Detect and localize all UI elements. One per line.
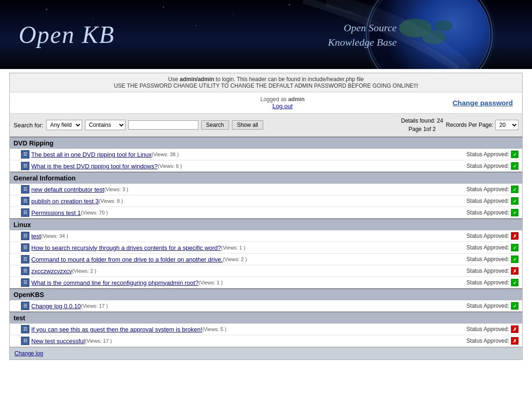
status-label: Status Approved: — [467, 303, 509, 309]
search-field-select[interactable]: Any field Title Content — [46, 120, 82, 130]
status-denied-icon[interactable] — [511, 267, 518, 275]
svg-point-13 — [434, 20, 453, 31]
change-password-link[interactable]: Change password — [453, 99, 513, 107]
status-label: Status Approved: — [467, 198, 509, 204]
views-text: (Views: 2 ) — [72, 268, 96, 274]
article-icon: ☷ — [21, 337, 29, 345]
article-link[interactable]: What is the best DVD ripping tool for wi… — [31, 163, 158, 170]
current-username: admin — [288, 96, 304, 103]
status-label: Status Approved: — [467, 151, 509, 158]
logout-link[interactable]: Log out — [260, 103, 305, 110]
article-icon: ☷ — [21, 232, 29, 240]
status-cell: Status Approved: — [421, 230, 522, 242]
status-cell: Status Approved: — [421, 335, 522, 347]
views-text: (Views: 1 ) — [198, 280, 223, 285]
table-row: ☷The best all in one DVD ripping tool fo… — [10, 149, 522, 160]
status-cell: Status Approved: — [421, 242, 522, 254]
table-row: ☷Change log 0.0.10 (Views: 17 )Status Ap… — [10, 300, 522, 312]
status-denied-icon[interactable] — [511, 325, 518, 333]
search-button[interactable]: Search — [201, 120, 229, 130]
status-approved-icon[interactable] — [511, 151, 518, 158]
status-approved-icon[interactable] — [511, 197, 518, 205]
article-icon: ☷ — [21, 197, 29, 205]
search-label: Search for: — [14, 122, 43, 129]
svg-point-2 — [93, 18, 94, 19]
svg-point-8 — [196, 25, 196, 26]
notice-prefix: Use — [168, 76, 180, 83]
status-label: Status Approved: — [467, 326, 509, 332]
status-label: Status Approved: — [467, 338, 509, 344]
article-link[interactable]: If you can see this as guest then the ap… — [31, 326, 202, 333]
views-text: (Views: 17 ) — [81, 303, 108, 309]
notice-credentials: admin/admin — [180, 76, 214, 83]
status-cell: Status Approved: — [421, 160, 522, 173]
article-link[interactable]: test — [31, 233, 41, 240]
status-approved-icon[interactable] — [511, 244, 518, 251]
table-row: ☷Command to mount a folder from one driv… — [10, 254, 522, 265]
status-cell: Status Approved: — [421, 277, 522, 289]
table-row: ☷publish on creation test 3 (Views: 8 )S… — [10, 195, 522, 207]
status-cell: Status Approved: — [421, 254, 522, 265]
site-subtitle: Open Source Knowledge Base — [328, 21, 397, 50]
views-text: (Views: 34 ) — [41, 233, 68, 239]
views-text: (Views: 3 ) — [104, 187, 128, 192]
status-approved-icon[interactable] — [511, 209, 518, 216]
search-condition-select[interactable]: Contains Starts with Ends with — [85, 120, 126, 130]
status-label: Status Approved: — [467, 268, 509, 274]
status-approved-icon[interactable] — [511, 186, 518, 193]
views-text: (Views: 8 ) — [99, 198, 123, 204]
article-link[interactable]: new default contributor test — [31, 186, 104, 193]
article-icon: ☷ — [21, 162, 29, 170]
views-text: (Views: 1 ) — [221, 245, 245, 250]
article-icon: ☷ — [21, 208, 29, 217]
svg-point-5 — [289, 4, 290, 5]
article-link[interactable]: New test successful — [31, 338, 85, 345]
status-denied-icon[interactable] — [511, 232, 518, 240]
change-log-link[interactable]: Change log — [14, 350, 43, 357]
article-icon: ☷ — [21, 150, 29, 159]
status-approved-icon[interactable] — [511, 302, 518, 310]
status-approved-icon[interactable] — [511, 256, 518, 263]
views-text: (Views: 70 ) — [81, 210, 108, 215]
records-per-page-select[interactable]: 20 10 50 100 — [495, 120, 518, 130]
table-row: ☷How to search recursivly through a driv… — [10, 242, 522, 254]
status-cell: Status Approved: — [421, 324, 522, 335]
article-icon: ☷ — [21, 325, 29, 333]
status-denied-icon[interactable] — [511, 337, 518, 345]
views-text: (Views: 38 ) — [152, 152, 179, 157]
article-link[interactable]: Change log 0.0.10 — [31, 303, 81, 310]
article-link[interactable]: What is the command line for reconfiguri… — [31, 279, 198, 286]
header-banner: Open KB Open Source Knowledge Base — [0, 0, 532, 69]
footer: Change log — [10, 347, 522, 359]
logged-as-label: Logged as — [260, 96, 287, 103]
category-row: OpenKBS — [10, 289, 522, 300]
table-row: ☷test (Views: 34 )Status Approved: — [10, 230, 522, 242]
status-approved-icon[interactable] — [511, 279, 518, 286]
article-link[interactable]: The best all in one DVD ripping tool for… — [31, 151, 152, 158]
article-link[interactable]: publish on creation test 3 — [31, 198, 99, 205]
article-icon: ☷ — [21, 185, 29, 194]
article-link[interactable]: Permissions test 1 — [31, 209, 81, 216]
svg-point-1 — [46, 9, 47, 10]
status-cell: Status Approved: — [421, 195, 522, 207]
site-title: Open KB — [19, 21, 115, 48]
status-label: Status Approved: — [467, 186, 509, 193]
views-text: (Views: 2 ) — [223, 256, 247, 262]
article-link[interactable]: How to search recursivly through a drive… — [31, 244, 221, 251]
article-link[interactable]: zxcczwzcvzxcv — [31, 268, 72, 275]
article-icon: ☷ — [21, 267, 29, 275]
details-found: Details found: 24 Page 1of 2 — [401, 117, 443, 133]
category-row: DVD Ripping — [10, 137, 522, 149]
views-text: (Views: 6 ) — [158, 163, 182, 169]
show-all-button[interactable]: Show all — [232, 120, 263, 130]
category-row: test — [10, 312, 522, 324]
article-icon: ☷ — [21, 302, 29, 310]
article-link[interactable]: Command to mount a folder from one drive… — [31, 256, 223, 263]
status-approved-icon[interactable] — [511, 162, 518, 170]
main-container: Use admin/admin to login. This header ca… — [9, 73, 523, 360]
svg-point-3 — [163, 7, 164, 7]
search-input[interactable] — [128, 120, 198, 130]
status-label: Status Approved: — [467, 256, 509, 263]
table-row: ☷new default contributor test (Views: 3 … — [10, 184, 522, 195]
search-bar: Search for: Any field Title Content Cont… — [10, 113, 522, 137]
